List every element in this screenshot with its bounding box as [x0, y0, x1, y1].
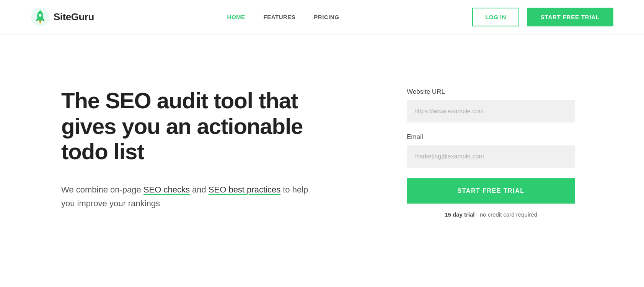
brand-name: SiteGuru [54, 11, 94, 23]
logo[interactable]: SiteGuru [31, 8, 94, 27]
hero-section: The SEO audit tool that gives you an act… [61, 73, 321, 211]
nav-home[interactable]: HOME [227, 14, 245, 20]
main-trial-button[interactable]: START FREE TRIAL [407, 178, 575, 204]
url-input[interactable] [407, 100, 575, 122]
hero-description: We combine on-page SEO checks and SEO be… [61, 183, 321, 211]
seo-checks-link[interactable]: SEO checks [143, 185, 190, 194]
hero-title: The SEO audit tool that gives you an act… [61, 88, 321, 165]
nav-actions: LOG IN START FREE TRIAL [472, 8, 613, 26]
trial-note: 15 day trial - no credit card required [407, 211, 575, 218]
description-middle: and [190, 185, 209, 194]
nav-links: HOME FEATURES PRICING [227, 14, 339, 20]
email-input[interactable] [407, 145, 575, 168]
email-label: Email [407, 133, 575, 141]
svg-point-3 [39, 14, 42, 16]
trial-note-bold: 15 day trial [445, 211, 474, 218]
signup-form: Website URL Email START FREE TRIAL 15 da… [384, 73, 583, 225]
login-button[interactable]: LOG IN [472, 8, 519, 26]
seo-practices-link[interactable]: SEO best practices [209, 185, 280, 194]
nav-features[interactable]: FEATURES [264, 14, 296, 20]
nav-trial-button[interactable]: START FREE TRIAL [527, 8, 613, 26]
description-prefix: We combine on-page [61, 185, 143, 194]
trial-note-suffix: - no credit card required [474, 211, 537, 218]
email-field-group: Email [407, 133, 575, 168]
url-field-group: Website URL [407, 88, 575, 122]
main-content: The SEO audit tool that gives you an act… [0, 34, 644, 256]
navbar: SiteGuru HOME FEATURES PRICING LOG IN ST… [0, 0, 644, 34]
rocket-icon [31, 8, 50, 27]
url-label: Website URL [407, 88, 575, 96]
nav-pricing[interactable]: PRICING [314, 14, 339, 20]
